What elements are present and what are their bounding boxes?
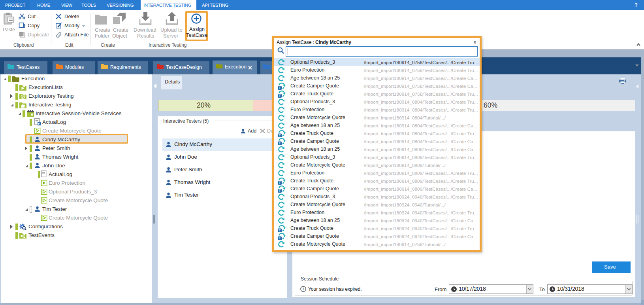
svg-text:T: T — [279, 228, 281, 232]
svg-text:T: T — [279, 181, 281, 185]
svg-text:T: T — [279, 94, 281, 98]
svg-text:T: T — [279, 141, 281, 145]
svg-text:T: T — [279, 133, 281, 137]
svg-text:T: T — [279, 189, 281, 193]
svg-text:T: T — [279, 86, 281, 90]
svg-text:T: T — [279, 236, 281, 240]
svg-text:i: i — [303, 287, 304, 291]
